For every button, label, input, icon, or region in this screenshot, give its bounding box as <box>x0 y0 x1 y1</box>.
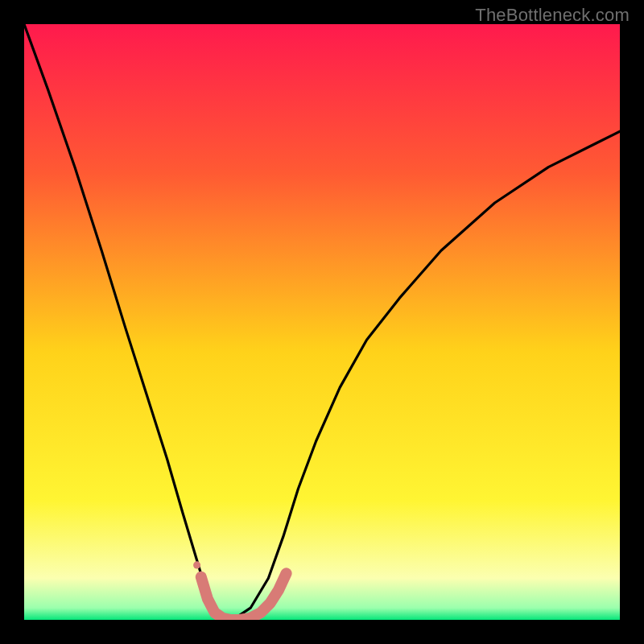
bottom-marker-start-dot <box>193 561 200 568</box>
chart-svg <box>24 24 620 620</box>
plot-area <box>24 24 620 620</box>
gradient-background <box>24 24 620 620</box>
chart-frame: TheBottleneck.com <box>0 0 644 644</box>
watermark-text: TheBottleneck.com <box>475 5 630 26</box>
